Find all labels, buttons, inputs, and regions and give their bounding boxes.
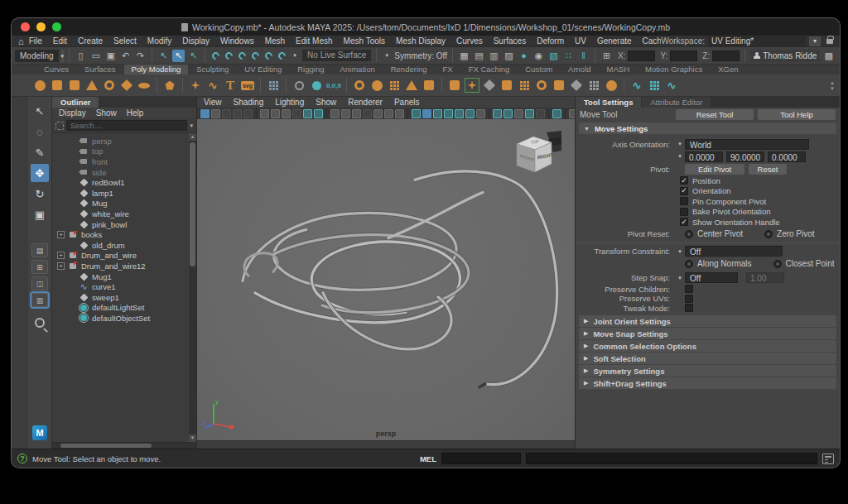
home-icon[interactable]: ⌂ bbox=[18, 36, 24, 46]
expand-toggle[interactable]: + bbox=[57, 252, 65, 259]
pause-viewport-icon[interactable]: ‖ bbox=[577, 50, 590, 62]
checkbox[interactable]: ✓ bbox=[680, 187, 688, 195]
shelf-scrollbar[interactable]: ▲▼ bbox=[830, 80, 835, 91]
menu-item[interactable]: Modify bbox=[147, 36, 171, 46]
launch-render-icon[interactable]: ◉ bbox=[532, 50, 545, 62]
lock-workspace-icon[interactable] bbox=[826, 39, 833, 44]
viewport-toolbar-icon[interactable] bbox=[536, 109, 545, 118]
outliner-item[interactable]: + lamp1 bbox=[52, 188, 189, 199]
viewport-toolbar-icon[interactable] bbox=[352, 109, 361, 118]
collapsed-section-header[interactable]: ▶ Soft Selection bbox=[579, 353, 836, 364]
edit-pivot-button[interactable]: Edit Pivot bbox=[685, 164, 744, 175]
poly-helix-icon[interactable]: ∿ bbox=[206, 79, 219, 92]
workspace-dropdown-arrow[interactable]: ▾ bbox=[809, 36, 821, 46]
construction-plane-icon[interactable] bbox=[292, 79, 306, 92]
extrude-icon[interactable] bbox=[448, 79, 461, 92]
collapsed-section-header[interactable]: ▶ Shift+Drag Settings bbox=[579, 377, 836, 389]
axis-orientation-dropdown[interactable]: World bbox=[685, 139, 809, 150]
mel-result-field[interactable] bbox=[526, 453, 817, 464]
viewport-toolbar-icon[interactable] bbox=[233, 109, 242, 118]
poly-cube-icon[interactable] bbox=[51, 79, 64, 92]
shelf-tab[interactable]: Custom bbox=[518, 65, 560, 74]
viewport-toolbar-icon[interactable] bbox=[260, 109, 269, 118]
move-settings-header[interactable]: ▼ Move Settings bbox=[579, 122, 836, 134]
menu-item[interactable]: Curves bbox=[456, 36, 483, 46]
curve-pencil-icon[interactable]: ∿ bbox=[630, 79, 643, 92]
viewport-3d[interactable]: TOP FRONT RIGHT y z persp bbox=[197, 119, 575, 440]
outliner-item[interactable]: + Drum_and_wire bbox=[52, 251, 189, 262]
shelf-tab[interactable]: Animation bbox=[332, 65, 382, 74]
radio-button[interactable] bbox=[685, 260, 693, 268]
snap-icon[interactable] bbox=[263, 50, 274, 61]
view-cube[interactable]: TOP FRONT RIGHT bbox=[510, 131, 561, 179]
viewport-menu-item[interactable]: View bbox=[204, 98, 222, 107]
two-pane-layout-icon[interactable]: ◫ bbox=[31, 276, 48, 290]
outliner-item[interactable]: + Mug bbox=[52, 199, 189, 209]
menu-item[interactable]: Edit bbox=[53, 36, 67, 46]
outliner-menu-item[interactable]: Help bbox=[127, 108, 144, 118]
rotate-y-field[interactable]: 90.0000 bbox=[726, 151, 764, 162]
title-bar[interactable]: WorkingCopy.mb* - Autodesk MAYA 2025: /U… bbox=[12, 18, 840, 36]
viewport-toolbar-icon[interactable] bbox=[373, 109, 383, 118]
viewport-menu-item[interactable]: Renderer bbox=[348, 98, 383, 107]
snap-options-arrow[interactable]: ▾ bbox=[290, 52, 300, 59]
checkbox[interactable]: ✓ bbox=[685, 304, 693, 312]
poly-plane-icon[interactable] bbox=[120, 79, 133, 92]
redo-icon[interactable]: ↷ bbox=[134, 50, 147, 62]
boolean-icon[interactable] bbox=[388, 79, 401, 92]
checkbox[interactable]: ✓ bbox=[685, 295, 693, 303]
viewport-toolbar-icon[interactable] bbox=[395, 109, 404, 118]
shelf-tab[interactable]: Arnold bbox=[561, 65, 598, 74]
preserve-option[interactable]: Tweak Mode: ✓ bbox=[576, 304, 840, 313]
shelf-tab[interactable]: XGen bbox=[711, 65, 745, 74]
pivot-option[interactable]: ✓ Position bbox=[680, 176, 840, 185]
checkbox[interactable]: ✓ bbox=[680, 176, 688, 185]
scroll-up-arrow[interactable]: ▲ bbox=[189, 133, 196, 141]
viewport-toolbar-icon[interactable] bbox=[422, 109, 431, 118]
viewport-toolbar-icon[interactable] bbox=[271, 109, 280, 118]
x-input[interactable] bbox=[628, 50, 655, 61]
four-pane-layout-icon[interactable]: ⊞ bbox=[31, 260, 48, 274]
viewport-toolbar-icon[interactable] bbox=[363, 109, 372, 118]
select-object-icon[interactable]: ↖ bbox=[172, 50, 185, 62]
poly-sphere-icon[interactable] bbox=[33, 79, 46, 92]
collapsed-section-header[interactable]: ▶ Symmetry Settings bbox=[579, 365, 836, 377]
constraint-option[interactable]: Closest Point bbox=[773, 259, 835, 268]
bridge-icon[interactable] bbox=[483, 79, 496, 92]
ipr-render-icon[interactable]: ▤ bbox=[473, 50, 485, 62]
outliner-item[interactable]: + books bbox=[52, 229, 189, 240]
viewport-toolbar-icon[interactable] bbox=[314, 109, 323, 118]
shelf-tab[interactable]: UV Editing bbox=[237, 65, 289, 74]
viewport-toolbar-icon[interactable] bbox=[444, 109, 453, 118]
rotate-z-field[interactable]: 0.0000 bbox=[768, 151, 806, 162]
tool-help-button[interactable]: Tool Help bbox=[758, 109, 836, 120]
quad-draw-icon[interactable] bbox=[422, 79, 436, 92]
poly-disc-icon[interactable] bbox=[137, 79, 151, 92]
script-editor-icon[interactable] bbox=[822, 454, 834, 464]
viewport-toolbar-icon[interactable] bbox=[514, 109, 523, 118]
viewport-menu-item[interactable]: Panels bbox=[394, 98, 420, 107]
snap-icon[interactable] bbox=[224, 50, 234, 61]
symmetry-dropdown[interactable]: Symmetry: Off bbox=[394, 51, 447, 60]
checkbox[interactable]: ✓ bbox=[680, 218, 688, 226]
light-editor-icon[interactable]: ∷ bbox=[562, 50, 575, 62]
pivot-option[interactable]: ✓ Pin Component Pivot bbox=[680, 197, 840, 206]
outliner-item[interactable]: + sweep1 bbox=[52, 292, 189, 303]
cluster-icon[interactable] bbox=[605, 79, 618, 92]
collapsed-section-header[interactable]: ▶ Common Selection Options bbox=[579, 340, 836, 352]
viewport-toolbar-icon[interactable] bbox=[412, 109, 421, 118]
outliner-item[interactable]: + redBowl1 bbox=[52, 177, 189, 188]
character-controls-icon[interactable]: ♟ bbox=[837, 50, 840, 62]
preserve-option[interactable]: Preserve UVs: ✓ bbox=[576, 294, 840, 303]
viewport-toolbar-icon[interactable] bbox=[282, 109, 291, 118]
scroll-down-arrow[interactable]: ▼ bbox=[189, 434, 196, 442]
corner-icon[interactable] bbox=[552, 79, 566, 92]
single-pane-layout-icon[interactable]: ▤ bbox=[31, 243, 48, 257]
step-snap-dropdown-arrow[interactable]: ▾ bbox=[675, 275, 685, 281]
save-scene-icon[interactable]: ▣ bbox=[104, 50, 117, 62]
snap-icon[interactable] bbox=[237, 50, 248, 61]
viewport-menu-item[interactable]: Shading bbox=[234, 98, 264, 107]
shelf-tab[interactable]: MASH bbox=[600, 65, 637, 74]
outliner-tab[interactable]: Outliner bbox=[52, 97, 99, 108]
outliner-item[interactable]: + pink_bowl bbox=[52, 219, 189, 230]
